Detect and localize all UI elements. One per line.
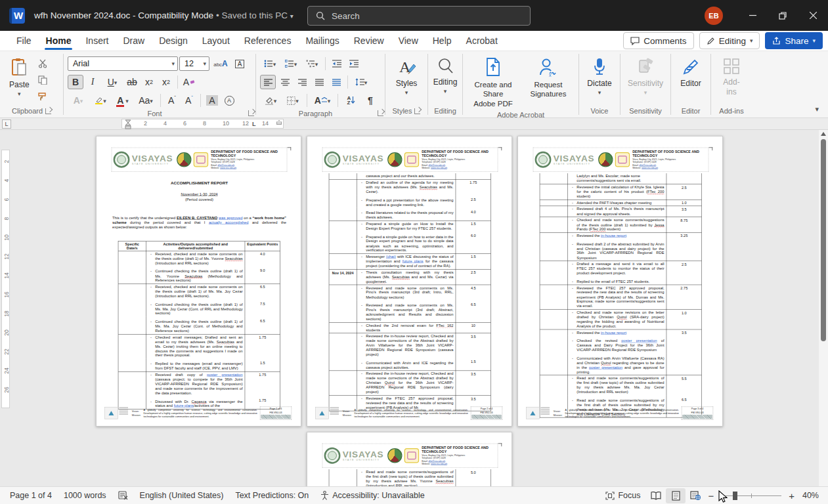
editing-button[interactable]: Editing▾ <box>428 55 463 104</box>
zoom-slider[interactable] <box>721 495 781 496</box>
styles-button[interactable]: A Styles▾ <box>391 55 423 104</box>
tab-home[interactable]: Home <box>39 31 79 51</box>
document-page[interactable]: VISAYASSTATE UNIVERSITYDEPARTMENT OF FOO… <box>307 432 512 486</box>
distribute-button[interactable] <box>328 75 344 89</box>
align-right-button[interactable] <box>294 75 310 89</box>
right-indent-marker[interactable] <box>276 120 282 125</box>
editor-button[interactable]: Editor <box>675 55 706 104</box>
zoom-in-button[interactable]: + <box>786 490 797 501</box>
cut-button[interactable] <box>35 56 51 71</box>
show-hide-marks-button[interactable]: ¶ <box>362 93 378 108</box>
format-painter-button[interactable] <box>35 89 51 104</box>
search-input[interactable]: Search <box>307 6 531 26</box>
document-page[interactable]: VISAYASSTATE UNIVERSITYDEPARTMENT OF FOO… <box>96 136 301 427</box>
scroll-up-arrow[interactable] <box>821 132 826 136</box>
line-spacing-button[interactable]: ▾ <box>351 75 371 89</box>
editing-mode-button[interactable]: Editing▾ <box>699 32 760 49</box>
proofing-status[interactable] <box>112 487 134 504</box>
align-center-button[interactable] <box>277 75 293 89</box>
vertical-scrollbar[interactable] <box>819 130 828 486</box>
language-indicator[interactable]: English (United States) <box>134 487 230 504</box>
bold-button[interactable]: B <box>68 75 83 89</box>
bullets-button[interactable]: ▾ <box>260 56 280 71</box>
word-count[interactable]: 1000 words <box>58 487 112 504</box>
increase-indent-button[interactable] <box>346 56 362 71</box>
web-layout-button[interactable] <box>686 488 705 503</box>
sort-button[interactable]: AZ <box>341 93 361 108</box>
read-mode-button[interactable] <box>646 488 666 503</box>
account-avatar[interactable]: EB <box>705 7 723 25</box>
accessibility-status[interactable]: Accessibility: Unavailable <box>315 487 430 504</box>
text-effects-button[interactable]: A▾ <box>68 93 89 108</box>
document-canvas[interactable]: 2468101214161820222426 VISAYASSTATE UNIV… <box>0 130 828 486</box>
horizontal-ruler[interactable]: L L 2468101214 <box>0 118 828 130</box>
borders-button[interactable]: ▾ <box>282 93 303 108</box>
scrollbar-thumb[interactable] <box>821 139 826 341</box>
print-layout-button[interactable] <box>666 488 686 503</box>
asian-layout-button[interactable]: A▾ <box>311 93 334 108</box>
font-size-combo[interactable]: 12▾ <box>179 56 209 71</box>
document-page[interactable]: VISAYASSTATE UNIVERSITYDEPARTMENT OF FOO… <box>517 136 723 427</box>
zoom-slider-thumb[interactable] <box>733 492 737 500</box>
highlight-color-button[interactable]: ▾ <box>90 93 111 108</box>
change-case-ruby-button[interactable]: abcA <box>211 56 230 71</box>
change-case-button[interactable]: Aa▾ <box>135 93 157 108</box>
subscript-button[interactable]: x2 <box>141 75 157 89</box>
font-name-combo[interactable]: Arial▾ <box>68 56 178 71</box>
share-button[interactable]: Share▾ <box>765 32 823 49</box>
align-left-button[interactable] <box>260 75 276 89</box>
styles-dialog-launcher[interactable] <box>414 108 420 114</box>
tab-help[interactable]: Help <box>425 31 459 51</box>
focus-mode-button[interactable]: Focus <box>599 487 646 504</box>
character-shading-button[interactable]: A <box>204 93 220 108</box>
decrease-indent-button[interactable] <box>329 56 345 71</box>
tab-mailings[interactable]: Mailings <box>298 31 346 51</box>
italic-button[interactable]: I <box>85 75 100 89</box>
shrink-font-button[interactable]: Aˇ <box>181 93 197 108</box>
tab-design[interactable]: Design <box>152 31 195 51</box>
justify-button[interactable] <box>311 75 327 89</box>
tab-references[interactable]: References <box>237 31 299 51</box>
zoom-out-button[interactable]: − <box>705 490 716 501</box>
comments-button[interactable]: Comments <box>623 32 693 49</box>
clear-formatting-button[interactable]: A <box>181 75 197 89</box>
close-button[interactable] <box>798 0 828 31</box>
character-border-button[interactable]: A <box>232 56 248 71</box>
shading-button[interactable]: ▾ <box>260 93 281 108</box>
enclose-characters-button[interactable]: A <box>221 93 237 108</box>
dictate-button[interactable]: Dictate▾ <box>582 55 617 104</box>
indent-markers[interactable] <box>125 119 131 129</box>
paragraph-dialog-launcher[interactable] <box>378 110 383 116</box>
document-page[interactable]: VISAYASSTATE UNIVERSITYDEPARTMENT OF FOO… <box>307 136 512 427</box>
copy-button[interactable] <box>35 73 51 87</box>
numbering-button[interactable]: ▾ <box>281 56 301 71</box>
saved-status[interactable]: • Saved to this PC ▾ <box>216 10 294 20</box>
addins-button[interactable]: Add-ins <box>715 55 748 104</box>
strikethrough-button[interactable]: ab <box>124 75 140 89</box>
paste-button[interactable]: Paste▾ <box>4 55 35 104</box>
grow-font-button[interactable]: Aˆ <box>164 93 180 108</box>
minimize-button[interactable] <box>737 0 768 31</box>
superscript-button[interactable]: x2 <box>158 75 174 89</box>
tab-insert[interactable]: Insert <box>78 31 116 51</box>
tab-review[interactable]: Review <box>347 31 391 51</box>
tab-selector[interactable]: L <box>2 119 11 129</box>
tab-acrobat[interactable]: Acrobat <box>459 31 505 51</box>
text-predictions[interactable]: Text Predictions: On <box>229 487 315 504</box>
clipboard-dialog-launcher[interactable] <box>45 108 51 114</box>
font-color-button[interactable]: A▾ <box>112 93 133 108</box>
page-indicator[interactable]: Page 1 of 4 <box>4 487 58 504</box>
create-pdf-button[interactable]: Create and ShareAdobe PDF <box>467 55 519 111</box>
tab-file[interactable]: File <box>9 31 39 51</box>
tab-layout[interactable]: Layout <box>195 31 237 51</box>
tab-stop-marker[interactable]: L <box>252 121 256 127</box>
zoom-level[interactable]: 40% <box>802 491 819 500</box>
underline-button[interactable]: U▾ <box>102 75 123 89</box>
restore-button[interactable] <box>768 0 798 31</box>
tab-view[interactable]: View <box>391 31 425 51</box>
request-signatures-button[interactable]: x RequestSignatures <box>522 55 575 111</box>
sensitivity-button[interactable]: Sensitivity▾ <box>622 55 668 104</box>
font-dialog-launcher[interactable] <box>248 110 254 116</box>
tab-draw[interactable]: Draw <box>116 31 152 51</box>
collapse-ribbon-chevron[interactable]: ▾ <box>815 105 819 114</box>
